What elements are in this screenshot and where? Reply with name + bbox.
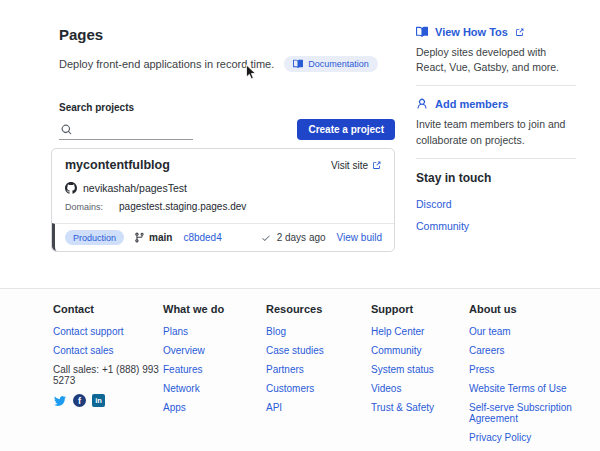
external-link-icon <box>515 28 524 37</box>
footer-link[interactable]: Contact sales <box>53 345 163 356</box>
view-build-link[interactable]: View build <box>337 232 382 243</box>
footer-link[interactable]: Help Center <box>371 326 469 337</box>
project-name: mycontentfulblog <box>65 158 170 172</box>
repo-row: nevikashah/pagesTest <box>65 182 381 194</box>
footer-link[interactable]: Features <box>163 364 266 375</box>
view-how-tos-link[interactable]: View How Tos <box>435 26 508 38</box>
add-members-link[interactable]: Add members <box>435 98 508 110</box>
projects-column: Pages Deploy front-end applications in r… <box>51 26 395 252</box>
footer-link[interactable]: Community <box>371 345 469 356</box>
footer-link[interactable]: Videos <box>371 383 469 394</box>
repo-name[interactable]: nevikashah/pagesTest <box>83 182 187 194</box>
page-subtitle-row: Deploy front-end applications in record … <box>59 56 395 72</box>
how-tos-description: Deploy sites developed with React, Vue, … <box>416 45 576 75</box>
main-content: Pages Deploy front-end applications in r… <box>0 0 600 252</box>
footer-column-title: What we do <box>163 303 266 315</box>
stay-in-touch-title: Stay in touch <box>416 171 576 185</box>
page-subtitle: Deploy front-end applications in record … <box>59 58 274 70</box>
deployment-row[interactable]: Production main c8bded4 2 days ago View <box>52 223 394 251</box>
twitter-icon[interactable] <box>53 395 67 407</box>
footer-link[interactable]: Blog <box>266 326 371 337</box>
footer-column-title: About us <box>469 303 582 315</box>
search-icon <box>61 124 72 135</box>
domain-value: pagestest.staging.pages.dev <box>119 201 246 212</box>
footer-link[interactable]: Careers <box>469 345 582 356</box>
check-icon <box>261 233 271 243</box>
footer-link[interactable]: Overview <box>163 345 266 356</box>
external-link-icon <box>372 161 381 170</box>
footer-link[interactable]: Contact support <box>53 326 163 337</box>
pages-dashboard: Pages Deploy front-end applications in r… <box>0 0 600 451</box>
branch-name: main <box>149 232 172 243</box>
deployment-status: 2 days ago View build <box>261 232 382 243</box>
book-icon <box>293 59 303 69</box>
footer-column-what-we-do: What we do Plans Overview Features Netwo… <box>163 303 266 451</box>
facebook-icon[interactable]: f <box>73 394 86 407</box>
sidebar-divider <box>416 85 576 86</box>
footer-link[interactable]: Trust & Safety <box>371 402 469 413</box>
footer-column-contact: Contact Contact support Contact sales Ca… <box>53 303 163 451</box>
branch-group: main <box>134 232 172 243</box>
footer-link[interactable]: System status <box>371 364 469 375</box>
add-members-icon <box>416 98 428 110</box>
search-box[interactable] <box>59 122 193 140</box>
domains-row: Domains: pagestest.staging.pages.dev <box>65 201 381 218</box>
footer-link[interactable]: API <box>266 402 371 413</box>
deploy-time: 2 days ago <box>277 232 326 243</box>
footer-link[interactable]: Partners <box>266 364 371 375</box>
footer-link[interactable]: Website Terms of Use <box>469 383 582 394</box>
footer-link[interactable]: Apps <box>163 402 266 413</box>
add-members-row: Add members <box>416 98 576 110</box>
project-card-body: mycontentfulblog Visit site nevikasha <box>52 149 394 223</box>
visit-site-label: Visit site <box>331 160 368 171</box>
footer-column-title: Resources <box>266 303 371 315</box>
discord-link[interactable]: Discord <box>416 198 576 210</box>
footer-link[interactable]: Our team <box>469 326 582 337</box>
page-title: Pages <box>59 26 395 43</box>
github-icon <box>65 182 77 194</box>
footer-link[interactable]: Network <box>163 383 266 394</box>
how-tos-row: View How Tos <box>416 26 576 38</box>
footer-column-title: Contact <box>53 303 163 315</box>
footer-link[interactable]: Privacy Policy <box>469 432 582 443</box>
community-link[interactable]: Community <box>416 220 576 232</box>
environment-badge: Production <box>65 230 124 245</box>
footer-link[interactable]: Customers <box>266 383 371 394</box>
linkedin-icon[interactable]: in <box>92 394 105 407</box>
documentation-badge-label: Documentation <box>308 59 369 69</box>
search-input[interactable] <box>77 124 191 135</box>
call-sales-text: Call sales: +1 (888) 993 5273 <box>53 364 163 386</box>
social-icons-row: f in <box>53 394 163 407</box>
project-card-header: mycontentfulblog Visit site <box>65 158 381 172</box>
footer-column-resources: Resources Blog Case studies Partners Cus… <box>266 303 371 451</box>
project-card[interactable]: mycontentfulblog Visit site nevikasha <box>51 148 395 252</box>
git-branch-icon <box>134 232 145 243</box>
search-row: Create a project <box>59 119 395 140</box>
footer-link[interactable]: Self-serve Subscription Agreement <box>469 402 582 424</box>
footer-link[interactable]: Plans <box>163 326 266 337</box>
domains-label: Domains: <box>65 202 103 212</box>
documentation-badge[interactable]: Documentation <box>284 56 378 72</box>
sidebar-divider <box>416 158 576 159</box>
commit-link[interactable]: c8bded4 <box>183 232 221 243</box>
create-project-button[interactable]: Create a project <box>297 119 395 140</box>
footer-link[interactable]: Press <box>469 364 582 375</box>
footer-column-title: Support <box>371 303 469 315</box>
visit-site-link[interactable]: Visit site <box>331 160 381 171</box>
add-members-description: Invite team members to join and collabor… <box>416 117 576 147</box>
footer: Contact Contact support Contact sales Ca… <box>0 288 600 451</box>
footer-link[interactable]: Case studies <box>266 345 371 356</box>
docs-file-icon <box>416 26 428 38</box>
footer-column-support: Support Help Center Community System sta… <box>371 303 469 451</box>
right-sidebar: View How Tos Deploy sites developed with… <box>416 26 576 252</box>
search-projects-label: Search projects <box>59 102 395 113</box>
footer-column-about-us: About us Our team Careers Press Website … <box>469 303 582 451</box>
